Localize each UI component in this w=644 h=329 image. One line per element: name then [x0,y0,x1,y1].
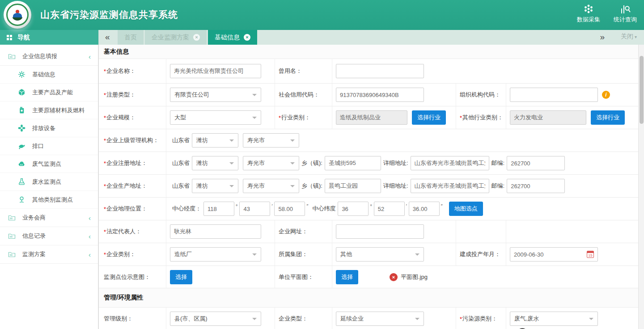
tabs-scroll-left-icon[interactable]: « [105,32,110,42]
calendar-icon[interactable]: 15 [587,251,594,258]
pin-icon [18,196,25,203]
other-industry-input [510,110,586,125]
caret-down-icon [229,139,234,144]
data-collection-button[interactable]: 数据采集 [577,4,600,24]
production-address-county-select[interactable]: 寿光市 [243,179,299,193]
caret-down-icon [252,117,257,121]
production-address-town-input[interactable] [325,179,381,193]
sidebar-item-raw-materials[interactable]: 主要原辅材料及燃料 [0,101,98,119]
sidebar-item-water-monitoring[interactable]: 废水监测点 [0,173,98,191]
caret-down-icon [415,318,419,322]
app-root: 山东省污染源监测信息共享系统 数据采集 统计查询 [0,0,644,329]
industry-select-button[interactable]: 选择行业 [412,110,446,125]
sidebar-item-label: 其他类别监测点 [32,196,73,204]
degree-unit: ° [236,203,237,209]
stats-query-button[interactable]: 统计查询 [614,4,637,24]
caret-down-icon [252,94,257,98]
unit-plan-select-button[interactable]: 选择 [336,270,358,284]
production-address-city-select[interactable]: 潍坊 [192,179,238,193]
industry-input [336,110,407,125]
detail-address-label: 详细地址: [383,182,408,190]
register-address-detail-input[interactable] [411,156,489,170]
parent-org-city-select[interactable]: 潍坊 [192,133,238,148]
tab-home[interactable]: 首页 [118,30,144,45]
parent-org-county-select[interactable]: 寿光市 [243,133,299,148]
sidebar-item-outlets[interactable]: 排口 [0,137,98,155]
register-address-zip-input[interactable] [507,156,565,170]
latitude-degree-input[interactable] [338,202,369,216]
group-select[interactable]: 其他 [336,247,424,262]
monitor-sketch-select-button[interactable]: 选择 [170,270,192,284]
longitude-second-input[interactable] [274,202,305,216]
scrollbar-thumb[interactable] [640,56,644,124]
org-code-input[interactable] [510,88,598,102]
sidebar-item-emission-equipment[interactable]: 排放设备 [0,119,98,137]
sidebar-group-info-records[interactable]: 信息记录 ‹ [0,227,98,245]
info-icon[interactable]: i [602,91,610,99]
province-label: 山东省 [172,159,190,167]
tabs-scroll-right-icon[interactable]: » [600,32,605,42]
outlet-icon [18,142,25,150]
cloud-icon [18,160,25,168]
tab-enterprise-monitoring-plan[interactable]: 企业监测方案 × [145,30,207,45]
sidebar-group-monitoring-plan[interactable]: 监测方案 ‹ [0,245,98,264]
latitude-second-input[interactable] [409,202,440,216]
sidebar-header: 导航 [0,30,98,45]
sidebar: 企业信息填报 ‹ 基础信息 主要产品及产能 主要原辅材料及燃料 [0,45,98,329]
sidebar-item-gas-monitoring[interactable]: 废气监测点 [0,155,98,173]
company-name-input[interactable] [170,64,261,78]
production-address-zip-input[interactable] [507,179,565,193]
register-address-city-select[interactable]: 潍坊 [192,156,238,170]
build-date-input[interactable] [510,247,598,262]
company-scale-select[interactable]: 大型 [170,110,261,125]
other-industry-select-button[interactable]: 选择行业 [591,110,625,125]
former-name-input[interactable] [336,64,424,78]
sidebar-item-basic-info[interactable]: 基础信息 [0,66,98,84]
pollution-type-select[interactable]: 废气,废水 [510,312,598,326]
sidebar-group-label: 信息记录 [22,232,46,240]
close-menu-button[interactable]: 关闭▾ [621,33,637,41]
mgmt-level-select[interactable]: 县(市、区属) [170,312,261,326]
sidebar-item-products-capacity[interactable]: 主要产品及产能 [0,84,98,101]
longitude-degree-input[interactable] [203,202,234,216]
legal-person-input[interactable] [170,224,261,239]
latitude-minute-input[interactable] [374,202,405,216]
caret-down-icon [290,162,295,167]
chevron-left-icon: ‹ [89,214,91,222]
company-category-select[interactable]: 造纸厂 [170,247,261,262]
form-row: *企业生产地址： 山东省 潍坊 寿光市 乡（镇): 详细地址: 邮编: [99,175,638,198]
sidebar-item-label: 废水监测点 [32,178,61,186]
caret-down-icon [290,185,295,190]
register-address-county-select[interactable]: 寿光市 [243,156,299,170]
enterprise-type-select[interactable]: 延续企业 [336,312,424,326]
sidebar-item-other-monitoring[interactable]: 其他类别监测点 [0,191,98,209]
register-address-town-input[interactable] [325,156,381,170]
caret-down-icon [252,253,257,258]
sidebar-group-enterprise-info[interactable]: 企业信息填报 ‹ [0,47,98,66]
latitude-label: 中心纬度 [312,205,335,213]
credit-code-input[interactable] [336,88,424,102]
chevron-left-icon: ‹ [89,232,91,240]
map-pick-button[interactable]: 地图选点 [449,202,483,216]
production-address-detail-input[interactable] [411,179,489,193]
flask-icon [18,178,25,186]
folder-icon [8,251,16,258]
close-icon[interactable]: × [244,34,250,41]
sidebar-item-label: 主要产品及产能 [32,89,73,97]
logo-ring [6,4,29,26]
sidebar-item-label: 主要原辅材料及燃料 [32,106,85,114]
sidebar-item-label: 排放设备 [32,124,55,132]
register-type-select[interactable]: 有限责任公司 [170,88,261,102]
close-icon[interactable]: × [193,34,200,41]
production-address-label: *企业生产地址： [99,175,166,197]
enterprise-type-label: 企业类型： [275,308,332,329]
chevron-left-icon: ‹ [89,251,91,258]
website-input[interactable] [336,224,424,239]
nav-grid-icon [7,35,9,37]
tab-basic-info[interactable]: 基础信息 × [208,30,257,45]
longitude-minute-input[interactable] [239,202,270,216]
sidebar-group-business-consult[interactable]: 业务会商 ‹ [0,209,98,227]
register-type-label: *注册类型： [99,84,166,106]
delete-file-icon[interactable]: × [390,273,398,281]
vertical-scrollbar[interactable] [638,45,644,329]
